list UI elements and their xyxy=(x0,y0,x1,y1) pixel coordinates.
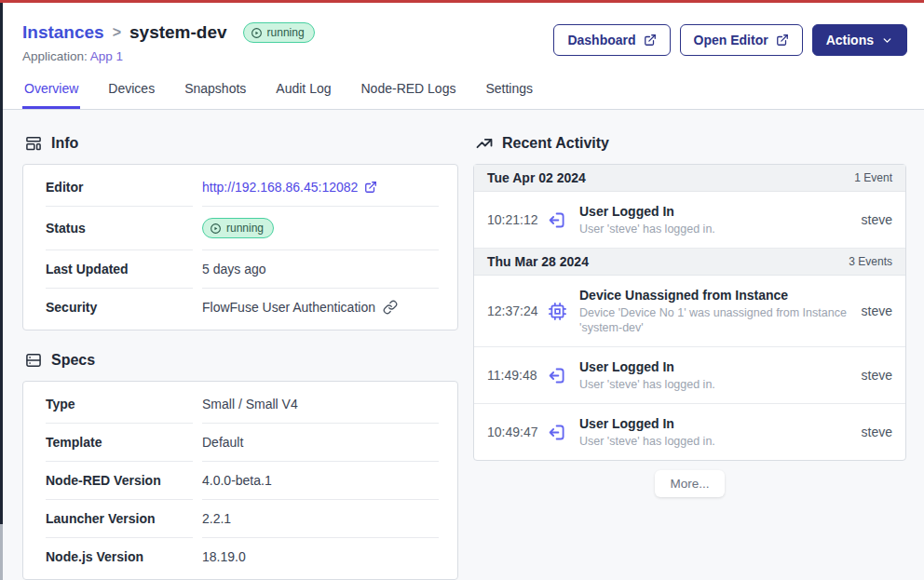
specs-nodejs-version-label: Node.js Version xyxy=(46,538,193,575)
event-user: steve xyxy=(862,303,892,318)
event-title: User Logged In xyxy=(579,415,852,432)
activity-event-row[interactable]: 10:21:12 User Logged In User 'steve' has… xyxy=(474,192,905,249)
activity-event-row[interactable]: 12:37:24 Device Unassigned from Instance… xyxy=(474,276,905,347)
editor-url-link[interactable]: http://192.168.86.45:12082 xyxy=(202,180,377,195)
status-badge: running xyxy=(243,22,315,43)
left-column: Info Editor http://192.168.86.45:12082 S… xyxy=(22,110,458,580)
activity-event-count: 3 Events xyxy=(849,255,892,268)
dashboard-button[interactable]: Dashboard xyxy=(553,24,670,56)
event-user: steve xyxy=(862,425,892,439)
login-icon xyxy=(548,423,567,442)
info-security-value: FlowFuse User Authentication xyxy=(202,300,375,315)
event-user: steve xyxy=(862,212,892,227)
event-title: Device Unassigned from Instance xyxy=(579,287,852,303)
info-section-heading: Info xyxy=(24,134,458,153)
info-security-label: Security xyxy=(46,289,193,326)
specs-section-heading: Specs xyxy=(24,351,458,370)
server-icon xyxy=(24,351,43,370)
actions-button-label: Actions xyxy=(826,33,874,47)
dashboard-button-label: Dashboard xyxy=(567,33,635,47)
activity-panel: Tue Apr 02 2024 1 Event 10:21:12 User Lo… xyxy=(473,164,906,461)
breadcrumb: Instances > system-dev running xyxy=(22,22,315,43)
specs-nodejs-version-value: 18.19.0 xyxy=(202,538,439,575)
open-editor-button-label: Open Editor xyxy=(694,33,768,47)
event-description: User 'steve' has logged in. xyxy=(579,434,852,449)
info-last-updated-value: 5 days ago xyxy=(202,250,439,289)
tab-node-red-logs[interactable]: Node-RED Logs xyxy=(360,81,458,109)
page-title: system-dev xyxy=(129,22,227,43)
specs-type-value: Small / Small V4 xyxy=(202,385,439,424)
sidebar-edge-tail xyxy=(0,524,3,580)
breadcrumb-separator: > xyxy=(113,24,121,41)
play-circle-icon xyxy=(210,223,222,235)
link-icon[interactable] xyxy=(383,300,398,315)
application-link[interactable]: App 1 xyxy=(90,49,123,63)
event-time: 11:49:48 xyxy=(487,368,545,383)
specs-launcher-version-label: Launcher Version xyxy=(46,500,193,538)
event-title: User Logged In xyxy=(579,203,852,220)
specs-panel: Type Small / Small V4 Template Default N… xyxy=(22,381,458,580)
more-button[interactable]: More... xyxy=(655,470,724,497)
actions-button[interactable]: Actions xyxy=(812,24,907,56)
info-panel: Editor http://192.168.86.45:12082 Status… xyxy=(22,164,458,330)
external-link-icon xyxy=(644,34,657,47)
login-icon xyxy=(548,366,567,385)
info-last-updated-label: Last Updated xyxy=(46,250,193,289)
page-header: Instances > system-dev running Applicati… xyxy=(0,0,924,63)
specs-nodered-version-label: Node-RED Version xyxy=(46,462,193,500)
event-time: 10:21:12 xyxy=(487,212,545,227)
window-accent-line xyxy=(0,0,924,3)
info-editor-label: Editor xyxy=(46,169,193,207)
activity-section-heading: Recent Activity xyxy=(475,134,906,153)
specs-template-label: Template xyxy=(46,424,193,462)
event-title: User Logged In xyxy=(579,358,852,375)
specs-section-title: Specs xyxy=(51,352,95,369)
info-status-label: Status xyxy=(46,207,193,250)
tab-snapshots[interactable]: Snapshots xyxy=(183,81,248,109)
breadcrumb-instances-link[interactable]: Instances xyxy=(22,22,104,43)
info-section-title: Info xyxy=(51,135,78,152)
activity-date-header: Thu Mar 28 2024 3 Events xyxy=(474,249,905,276)
event-time: 12:37:24 xyxy=(487,303,545,318)
event-time: 10:49:47 xyxy=(487,425,545,439)
activity-date: Thu Mar 28 2024 xyxy=(487,254,589,269)
right-column: Recent Activity Tue Apr 02 2024 1 Event … xyxy=(473,110,906,580)
event-user: steve xyxy=(862,368,892,383)
specs-nodered-version-value: 4.0.0-beta.1 xyxy=(202,462,439,500)
template-icon xyxy=(24,134,43,153)
activity-event-row[interactable]: 10:49:47 User Logged In User 'steve' has… xyxy=(474,404,905,460)
specs-template-value: Default xyxy=(202,424,439,462)
external-link-icon xyxy=(364,181,377,194)
sidebar-edge xyxy=(0,3,3,524)
chevron-down-icon xyxy=(881,34,893,47)
status-badge: running xyxy=(202,218,274,238)
activity-section-title: Recent Activity xyxy=(502,135,609,152)
specs-type-label: Type xyxy=(46,385,193,424)
application-label: Application: xyxy=(22,49,88,63)
specs-launcher-version-value: 2.2.1 xyxy=(202,500,439,538)
event-description: User 'steve' has logged in. xyxy=(579,377,852,392)
application-row: Application: App 1 xyxy=(22,49,315,63)
tab-overview[interactable]: Overview xyxy=(22,81,80,109)
tab-devices[interactable]: Devices xyxy=(106,81,156,109)
activity-date-header: Tue Apr 02 2024 1 Event xyxy=(474,165,905,192)
tab-bar: Overview Devices Snapshots Audit Log Nod… xyxy=(0,81,924,110)
trending-up-icon xyxy=(475,134,494,153)
status-badge-label: running xyxy=(226,222,264,235)
tab-audit-log[interactable]: Audit Log xyxy=(274,81,333,109)
chip-icon xyxy=(548,302,567,321)
activity-event-count: 1 Event xyxy=(854,171,892,184)
header-actions: Dashboard Open Editor Actions xyxy=(553,24,907,56)
overview-content: Info Editor http://192.168.86.45:12082 S… xyxy=(0,110,924,580)
tab-settings[interactable]: Settings xyxy=(483,81,535,109)
login-icon xyxy=(548,210,567,230)
editor-url-text: http://192.168.86.45:12082 xyxy=(202,180,358,195)
activity-event-row[interactable]: 11:49:48 User Logged In User 'steve' has… xyxy=(474,347,905,404)
status-badge-label: running xyxy=(267,26,305,39)
open-editor-button[interactable]: Open Editor xyxy=(680,24,803,56)
external-link-icon xyxy=(776,34,789,47)
activity-date: Tue Apr 02 2024 xyxy=(487,170,586,185)
event-description: Device 'Device No 1' was unassigned from… xyxy=(579,305,852,335)
play-circle-icon xyxy=(251,27,263,39)
event-description: User 'steve' has logged in. xyxy=(579,222,852,236)
